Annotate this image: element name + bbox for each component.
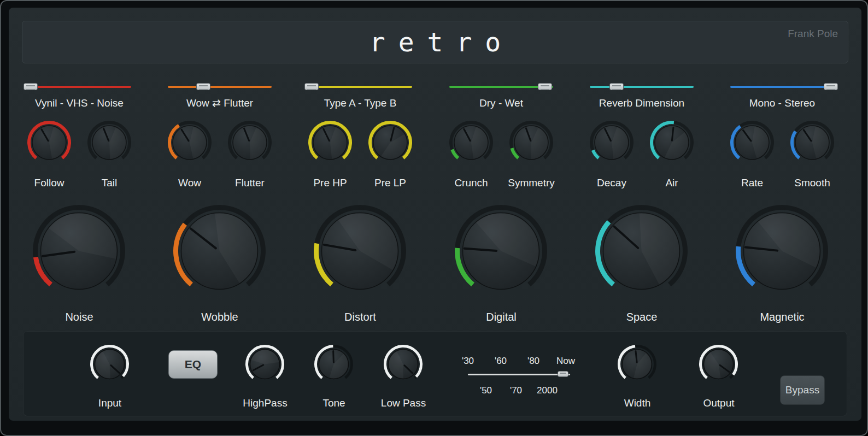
- knob-label: Tail: [77, 176, 142, 190]
- knob-label: Pre HP: [297, 176, 363, 190]
- slider-label: Reverb Dimension: [572, 96, 712, 110]
- slider-thumb[interactable]: [196, 83, 210, 90]
- era-label-60: '60: [484, 355, 517, 368]
- era-label-2000: 2000: [531, 384, 564, 397]
- knob-label: Output: [681, 396, 757, 410]
- era-label-80: '80: [517, 355, 550, 368]
- slider-thumb[interactable]: [609, 83, 624, 90]
- flutter-knob[interactable]: [227, 120, 272, 165]
- slider-label: Wow ⇄ Flutter: [150, 96, 290, 110]
- decay-knob[interactable]: [589, 120, 634, 165]
- section-digital: Dry - Wet Crunch: [431, 78, 571, 340]
- big-knob-label: Space: [572, 309, 712, 325]
- slider-thumb[interactable]: [538, 83, 552, 90]
- eq-button[interactable]: EQ: [168, 350, 218, 379]
- knob-label: Decay: [579, 176, 644, 190]
- pre-lp-knob[interactable]: [368, 120, 413, 165]
- slider-track: [730, 86, 834, 88]
- big-knob-label: Distort: [290, 309, 430, 325]
- knob-label: Input: [72, 396, 148, 410]
- section-wobble: Wow ⇄ Flutter Wow: [150, 78, 290, 340]
- lowpass-knob[interactable]: [383, 344, 423, 384]
- slider-thumb[interactable]: [824, 83, 838, 90]
- smooth-knob[interactable]: [790, 120, 835, 165]
- symmetry-knob[interactable]: [509, 120, 554, 165]
- slider-thumb[interactable]: [24, 83, 38, 90]
- slider-label: Type A - Type B: [290, 96, 430, 110]
- slider-track: [590, 86, 694, 88]
- highpass-knob[interactable]: [245, 344, 285, 384]
- distort-knob[interactable]: [313, 204, 407, 298]
- knob-label: Low Pass: [365, 396, 442, 410]
- bypass-button[interactable]: Bypass: [780, 375, 825, 405]
- knob-label: Air: [639, 176, 705, 190]
- tail-knob[interactable]: [87, 120, 132, 165]
- follow-knob[interactable]: [27, 120, 72, 165]
- wobble-knob[interactable]: [173, 204, 266, 298]
- space-knob[interactable]: [595, 204, 688, 298]
- noise-knob[interactable]: [32, 204, 126, 298]
- slider-track: [27, 86, 131, 88]
- wow-knob[interactable]: [167, 120, 212, 165]
- crunch-knob[interactable]: [449, 120, 494, 165]
- air-knob[interactable]: [649, 120, 694, 165]
- vinyl-vhs-noise-slider[interactable]: [27, 83, 131, 91]
- slider-track: [468, 374, 570, 375]
- era-selector: '30 '60 '80 Now '50 '70 2000: [444, 355, 597, 400]
- slider-thumb[interactable]: [304, 83, 319, 90]
- mono-stereo-slider[interactable]: [730, 83, 834, 91]
- brand-name: Frank Pole: [788, 28, 838, 40]
- plugin-panel: retro Frank Pole Vynil - VHS - Noise: [9, 8, 861, 421]
- knob-label: Wow: [157, 176, 222, 190]
- knob-label: Crunch: [438, 176, 504, 190]
- dry-wet-slider[interactable]: [449, 83, 553, 91]
- knob-label: HighPass: [227, 396, 303, 410]
- bottom-bar: Input EQ HighPass: [23, 331, 847, 416]
- knob-label: Flutter: [217, 176, 283, 190]
- big-knob-label: Noise: [9, 309, 149, 325]
- header-bar: retro Frank Pole: [22, 21, 848, 63]
- type-a-b-slider[interactable]: [308, 83, 412, 91]
- knob-label: Follow: [16, 176, 82, 190]
- rate-knob[interactable]: [730, 120, 775, 165]
- section-space: Reverb Dimension D: [572, 78, 712, 340]
- knob-label: Rate: [719, 176, 785, 190]
- big-knob-label: Magnetic: [712, 309, 852, 325]
- section-distort: Type A - Type B Pr: [290, 78, 430, 340]
- magnetic-knob[interactable]: [735, 204, 829, 298]
- era-label-50: '50: [470, 384, 502, 397]
- knob-label: Pre LP: [357, 176, 423, 190]
- knob-label: Tone: [296, 396, 372, 410]
- slider-label: Mono - Stereo: [712, 96, 852, 110]
- slider-label: Vynil - VHS - Noise: [9, 96, 149, 110]
- width-knob[interactable]: [617, 344, 657, 384]
- era-label-70: '70: [500, 384, 532, 397]
- big-knob-label: Wobble: [150, 309, 290, 325]
- era-label-30: '30: [451, 355, 484, 368]
- knob-label: Width: [599, 396, 676, 410]
- section-magnetic: Mono - Stereo Rate: [712, 78, 852, 340]
- slider-thumb[interactable]: [558, 371, 568, 377]
- section-vinyl: Vynil - VHS - Noise: [9, 78, 149, 340]
- slider-track: [168, 86, 272, 88]
- tone-knob[interactable]: [314, 344, 354, 384]
- era-slider[interactable]: [468, 371, 570, 378]
- input-knob[interactable]: [90, 344, 130, 384]
- knob-label: Symmetry: [498, 176, 564, 190]
- knob-label: Smooth: [779, 176, 845, 190]
- digital-knob[interactable]: [454, 204, 548, 298]
- pre-hp-knob[interactable]: [308, 120, 353, 165]
- output-knob[interactable]: [699, 344, 738, 384]
- slider-track: [308, 86, 412, 88]
- era-label-now: Now: [549, 355, 582, 368]
- slider-label: Dry - Wet: [431, 96, 571, 110]
- wow-flutter-slider[interactable]: [168, 83, 272, 91]
- plugin-window: retro Frank Pole Vynil - VHS - Noise: [0, 0, 868, 436]
- big-knob-label: Digital: [431, 309, 571, 325]
- plugin-title: retro: [22, 21, 848, 63]
- reverb-dimension-slider[interactable]: [590, 83, 694, 91]
